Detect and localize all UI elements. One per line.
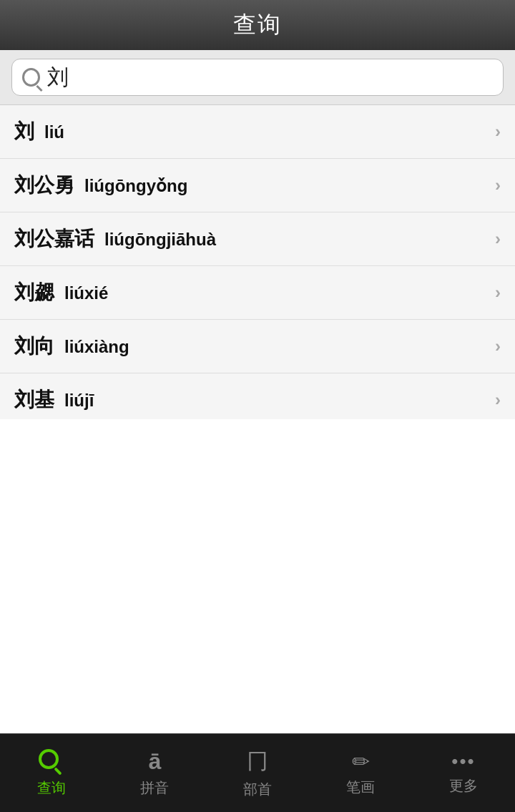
search-container[interactable] <box>11 59 504 96</box>
chevron-icon: › <box>495 122 501 142</box>
result-chinese: 刘 <box>14 118 34 145</box>
search-input[interactable] <box>47 65 493 89</box>
tab-pinyin-label: 拼音 <box>140 778 169 798</box>
empty-area <box>0 419 515 733</box>
tab-more[interactable]: ••• 更多 <box>412 734 515 812</box>
search-bar <box>0 50 515 105</box>
query-icon <box>39 749 59 769</box>
result-text: 刘公嘉话 liúgōngjiāhuà <box>14 225 216 253</box>
result-text: 刘向 liúxiàng <box>14 333 129 360</box>
result-chinese: 刘公嘉话 <box>14 225 94 253</box>
result-item[interactable]: 刘向 liúxiàng › <box>0 320 515 373</box>
result-pinyin: liú <box>44 122 64 142</box>
app-header: 查询 <box>0 0 515 50</box>
tab-bushou-label: 部首 <box>243 780 272 799</box>
chevron-icon: › <box>495 229 501 249</box>
chevron-icon: › <box>495 390 501 410</box>
result-pinyin: liúgōngyǒng <box>84 176 187 196</box>
bihua-icon: ✏ <box>352 749 370 774</box>
chevron-icon: › <box>495 336 501 356</box>
result-item[interactable]: 刘公嘉话 liúgōngjiāhuà › <box>0 212 515 266</box>
search-icon <box>22 68 40 87</box>
bushou-icon: ⼌ <box>247 747 268 776</box>
result-item[interactable]: 刘 liú › <box>0 105 515 159</box>
result-item[interactable]: 刘公勇 liúgōngyǒng › <box>0 159 515 212</box>
result-chinese: 刘向 <box>14 333 54 360</box>
chevron-icon: › <box>495 175 501 195</box>
tab-query-label: 查询 <box>37 778 66 798</box>
tab-bushou[interactable]: ⼌ 部首 <box>206 734 309 812</box>
result-pinyin: liúxiàng <box>64 337 129 357</box>
result-pinyin: liúxié <box>64 283 108 303</box>
tab-bar: 查询 ā 拼音 ⼌ 部首 ✏ 笔画 ••• 更多 <box>0 733 515 812</box>
tab-pinyin[interactable]: ā 拼音 <box>103 734 206 812</box>
more-icon: ••• <box>451 750 475 773</box>
result-chinese: 刘基 <box>14 386 54 414</box>
result-item[interactable]: 刘勰 liúxié › <box>0 266 515 320</box>
result-item[interactable]: 刘基 liújī › <box>0 373 515 419</box>
pinyin-icon: ā <box>149 748 161 775</box>
result-text: 刘基 liújī <box>14 386 94 414</box>
results-list: 刘 liú › 刘公勇 liúgōngyǒng › 刘公嘉话 liúgōngji… <box>0 105 515 419</box>
tab-query[interactable]: 查询 <box>0 734 103 812</box>
result-pinyin: liúgōngjiāhuà <box>104 230 216 250</box>
tab-more-label: 更多 <box>449 776 478 796</box>
tab-bihua[interactable]: ✏ 笔画 <box>309 734 412 812</box>
result-chinese: 刘公勇 <box>14 172 74 199</box>
result-pinyin: liújī <box>64 391 94 411</box>
result-text: 刘 liú <box>14 118 64 145</box>
tab-bihua-label: 笔画 <box>346 778 375 797</box>
chevron-icon: › <box>495 283 501 303</box>
result-chinese: 刘勰 <box>14 279 54 306</box>
result-text: 刘勰 liúxié <box>14 279 108 306</box>
page-title: 查询 <box>233 9 282 41</box>
result-text: 刘公勇 liúgōngyǒng <box>14 172 187 199</box>
